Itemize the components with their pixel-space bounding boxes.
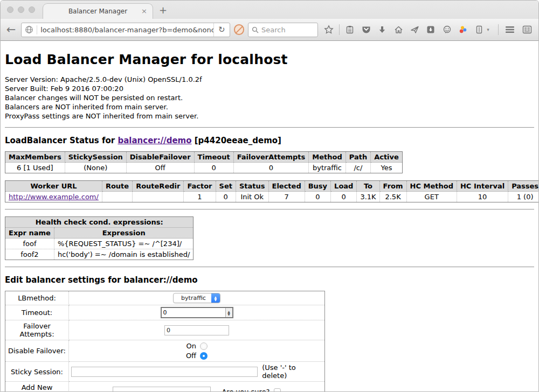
col-expression: Expression <box>54 228 194 239</box>
server-version: Server Version: Apache/2.5.0-dev (Unix) … <box>5 75 534 84</box>
col-status: Status <box>236 181 268 192</box>
col-from: From <box>379 181 406 192</box>
hamburger-menu-icon[interactable] <box>503 23 517 37</box>
url-text[interactable]: localhost:8880/balancer-manager?b=demo&n… <box>37 26 213 34</box>
reload-icon[interactable]: ↻ <box>213 23 230 37</box>
cell-from: 2.5K <box>379 192 406 202</box>
status-prefix: LoadBalancer Status for <box>5 136 118 145</box>
col-disablefailover: DisableFailover <box>126 152 194 163</box>
tab-balancer-manager[interactable]: Balancer Manager × <box>43 3 153 19</box>
cell-active: Yes <box>371 163 403 173</box>
col-failoverattempts: FailoverAttempts <box>233 152 309 163</box>
disable-failover-label: Disable Failover: <box>5 340 69 362</box>
cell-expression: hc('body') =~ /domain is established/ <box>54 249 194 260</box>
zoom-window-button[interactable] <box>29 6 35 13</box>
send-plane-icon[interactable] <box>407 23 421 37</box>
window-controls <box>7 6 35 13</box>
cell-status: Init Ok <box>236 192 268 202</box>
timeout-input[interactable] <box>162 308 225 317</box>
col-path: Path <box>345 152 370 163</box>
form-row-disable-failover: Disable Failover: On Off <box>5 340 325 362</box>
table-row: foof2 hc('body') =~ /domain is establish… <box>5 249 194 260</box>
tab-title: Balancer Manager <box>68 8 127 15</box>
search-bar[interactable] <box>248 23 318 37</box>
feedback-smiley-icon[interactable] <box>440 23 454 37</box>
bookmarks-clipboard-icon[interactable] <box>343 23 357 37</box>
failover-attempts-label: Failover Attempts: <box>5 320 69 340</box>
lbmethod-selected-value: bytraffic <box>174 293 211 303</box>
add-worker-input[interactable] <box>113 387 211 392</box>
col-set: Set <box>216 181 236 192</box>
disable-failover-radio-group: On Off <box>186 342 208 360</box>
col-active: Active <box>371 152 403 163</box>
health-check-title: Health check cond. expressions: <box>5 217 194 228</box>
balancer-status-table: MaxMembers StickySession DisableFailover… <box>5 151 403 173</box>
cell-busy: 0 <box>305 192 330 202</box>
tab-close-icon[interactable]: × <box>141 7 147 15</box>
colored-dots-extension-icon[interactable] <box>456 23 470 37</box>
col-load: Load <box>331 181 357 192</box>
table-header-row: Worker URL Route RouteRedir Factor Set S… <box>5 181 539 192</box>
balancer-settings-form: LBmethod: bytraffic ▲▼ Timeout: ▲▼ <box>5 291 325 392</box>
device-sync-icon[interactable] <box>472 23 486 37</box>
col-hc-interval: HC Interval <box>457 181 508 192</box>
chevron-down-icon[interactable]: ▾ <box>487 27 489 32</box>
lbmethod-select[interactable]: bytraffic ▲▼ <box>173 293 220 303</box>
cell-path: /c/ <box>345 163 370 173</box>
loadbalancer-status-heading: LoadBalancer Status for balancer://demo … <box>5 136 534 145</box>
radio-off-button[interactable] <box>200 352 208 360</box>
col-elected: Elected <box>268 181 305 192</box>
sticky-session-input[interactable] <box>71 367 258 377</box>
cell-elected: 7 <box>268 192 305 202</box>
toolbar-divider-right <box>498 24 499 35</box>
page-content: Load Balancer Manager for localhost Serv… <box>1 41 538 392</box>
confirm-group: Are you sure? <box>222 388 280 392</box>
radio-on-label: On <box>186 342 196 350</box>
table-header-row: MaxMembers StickySession DisableFailover… <box>5 152 403 163</box>
form-row-sticky-session: Sticky Session: (Use '-' to delete) <box>5 362 325 382</box>
radio-off-label: Off <box>186 352 196 360</box>
download-arrow-icon[interactable] <box>375 23 389 37</box>
col-factor: Factor <box>184 181 216 192</box>
table-row: 6 [1 Used] (None) Off 0 0 bytraffic /c/ … <box>5 163 403 173</box>
table-title-row: Health check cond. expressions: <box>5 217 194 228</box>
inherit-note: Balancers are NOT inherited from main se… <box>5 102 534 111</box>
worker-url-link[interactable]: http://www.example.com/ <box>9 193 99 201</box>
server-built: Server Built: Feb 9 2016 07:00:20 <box>5 84 534 93</box>
cell-expr-name: foof <box>5 239 54 249</box>
cell-failoverattempts: 0 <box>233 163 309 173</box>
home-icon[interactable] <box>391 23 405 37</box>
cell-timeout: 0 <box>194 163 233 173</box>
globe-icon <box>22 25 37 34</box>
browser-window: Balancer Manager × + ← localhost:8880/ba… <box>0 0 539 392</box>
cell-worker-url: http://www.example.com/ <box>5 192 102 202</box>
back-button[interactable]: ← <box>5 24 17 35</box>
search-icon <box>252 26 259 33</box>
close-window-button[interactable] <box>7 6 13 13</box>
blocked-content-icon[interactable] <box>234 24 244 35</box>
number-stepper-icon[interactable]: ▲▼ <box>225 308 232 317</box>
server-info: Server Version: Apache/2.5.0-dev (Unix) … <box>5 75 534 121</box>
new-tab-button[interactable]: + <box>159 4 167 16</box>
worker-status-table: Worker URL Route RouteRedir Factor Set S… <box>5 180 538 202</box>
add-worker-label: Add New Worker: <box>5 382 69 392</box>
url-bar[interactable]: localhost:8880/balancer-manager?b=demo&n… <box>21 23 230 37</box>
failover-attempts-input[interactable] <box>164 325 229 335</box>
cell-expr-name: foof2 <box>5 249 54 260</box>
table-row: foof %{REQUEST_STATUS} =~ /^[234]/ <box>5 239 194 249</box>
are-you-sure-checkbox[interactable] <box>274 388 281 392</box>
tab-groups-grid-icon[interactable] <box>521 23 534 37</box>
downloads-panel-icon[interactable] <box>424 23 438 37</box>
minimize-window-button[interactable] <box>18 6 24 13</box>
pocket-icon[interactable] <box>359 23 373 37</box>
col-passes: Passes <box>508 181 538 192</box>
navigation-toolbar: ← localhost:8880/balancer-manager?b=demo… <box>1 19 538 41</box>
balancer-demo-link[interactable]: balancer://demo <box>118 136 191 145</box>
bookmark-star-icon[interactable] <box>322 23 336 37</box>
radio-on-button[interactable] <box>200 342 208 350</box>
sticky-session-label: Sticky Session: <box>5 362 69 382</box>
select-arrows-icon: ▲▼ <box>211 293 220 303</box>
search-input[interactable] <box>261 26 310 34</box>
proxypass-note: ProxyPass settings are NOT inherited fro… <box>5 111 534 121</box>
col-hc-method: HC Method <box>406 181 457 192</box>
